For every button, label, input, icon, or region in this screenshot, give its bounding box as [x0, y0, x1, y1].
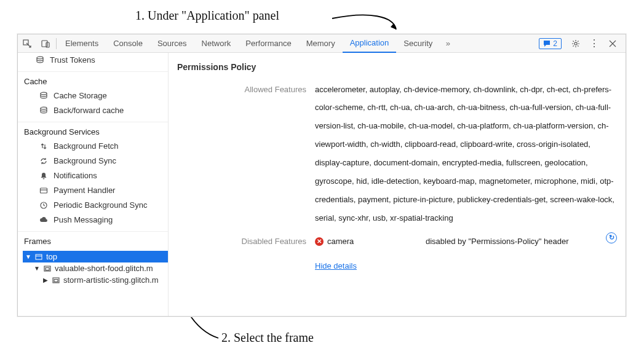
close-icon[interactable]	[603, 34, 622, 53]
section-title: Permissions Policy	[177, 59, 617, 76]
sidebar-label: Payment Handler	[54, 184, 115, 197]
svg-rect-1	[42, 41, 47, 47]
card-icon	[39, 186, 49, 195]
annotation-1: 1. Under "Application" panel	[135, 9, 279, 23]
tab-elements[interactable]: Elements	[58, 34, 106, 53]
sidebar-item-cache-storage[interactable]: Cache Storage	[18, 89, 168, 103]
frames-item-1[interactable]: ▼ valuable-short-food.glitch.m	[31, 262, 168, 274]
sidebar-item-bfcache[interactable]: Back/forward cache	[18, 103, 168, 118]
tab-memory[interactable]: Memory	[299, 34, 343, 53]
chevron-down-icon: ▼	[34, 265, 40, 272]
chevron-right-icon: ▶	[42, 277, 49, 283]
disabled-features-label: Disabled Features	[177, 232, 306, 251]
frames-item-top[interactable]: ▼ top	[23, 251, 168, 262]
database-icon	[39, 106, 49, 115]
svg-rect-9	[36, 254, 42, 259]
tab-security[interactable]: Security	[396, 34, 440, 53]
svg-point-6	[41, 107, 47, 109]
sidebar-label: Background Fetch	[54, 140, 119, 152]
reload-icon[interactable]: ↻	[606, 232, 617, 243]
sidebar-item-bg-sync[interactable]: Background Sync	[18, 154, 168, 168]
devtools-window: Elements Console Sources Network Perform…	[17, 34, 626, 317]
allowed-features-value: accelerometer, autoplay, ch-device-memor…	[315, 81, 617, 227]
hide-details-link[interactable]: Hide details	[315, 257, 357, 275]
frames-item-label: valuable-short-food.glitch.m	[55, 264, 153, 273]
disabled-feature-name: camera	[327, 232, 354, 251]
sidebar-item-push[interactable]: Push Messaging	[18, 213, 168, 227]
sidebar-item-periodic[interactable]: Periodic Background Sync	[18, 198, 168, 213]
svg-point-5	[41, 92, 47, 95]
tab-console[interactable]: Console	[106, 34, 150, 53]
sidebar-item-bg-fetch[interactable]: Background Fetch	[18, 139, 168, 154]
messages-count: 2	[553, 39, 557, 48]
bell-icon	[39, 172, 49, 180]
sidebar-item-notifications[interactable]: Notifications	[18, 168, 168, 183]
chevron-down-icon: ▼	[25, 253, 31, 260]
settings-icon[interactable]	[566, 34, 585, 53]
annotation-2: 2. Select the frame	[221, 331, 314, 345]
sidebar-item-trust-tokens[interactable]: Trust Tokens	[18, 53, 168, 68]
svg-rect-7	[41, 188, 47, 193]
sidebar-label: Periodic Background Sync	[54, 199, 147, 211]
frames-item-label: storm-artistic-sting.glitch.m	[63, 275, 159, 285]
database-icon	[39, 92, 49, 100]
allowed-features-label: Allowed Features	[177, 81, 306, 99]
sidebar-section-cache: Cache	[18, 72, 168, 89]
application-sidebar: Trust Tokens Cache Cache Storage	[18, 53, 169, 316]
tab-network[interactable]: Network	[194, 34, 239, 53]
frames-item-2[interactable]: ▶ storm-artistic-sting.glitch.m	[40, 274, 168, 286]
svg-point-3	[574, 42, 577, 44]
tab-application[interactable]: Application	[343, 34, 397, 53]
updown-icon	[39, 142, 49, 151]
sidebar-label: Notifications	[54, 170, 97, 182]
sidebar-section-bgservices: Background Services	[18, 122, 168, 139]
sync-icon	[39, 157, 49, 165]
main-content: Permissions Policy Allowed Features acce…	[169, 53, 626, 316]
iframe-icon	[52, 277, 60, 284]
sidebar-label: Cache Storage	[54, 90, 107, 102]
svg-point-4	[37, 57, 43, 59]
sidebar-label: Push Messaging	[54, 214, 113, 226]
sidebar-label: Back/forward cache	[54, 105, 124, 117]
sidebar-label: Background Sync	[54, 155, 116, 167]
cloud-icon	[39, 216, 49, 224]
iframe-icon	[44, 265, 51, 272]
sidebar-section-frames: Frames	[18, 232, 168, 248]
frames-item-label: top	[46, 252, 57, 261]
more-tabs-icon[interactable]: »	[440, 34, 456, 53]
error-icon: ✕	[315, 237, 324, 246]
window-icon	[35, 253, 42, 261]
messages-badge[interactable]: 2	[539, 38, 562, 49]
svg-rect-11	[46, 267, 49, 270]
clock-icon	[39, 201, 49, 210]
tab-sources[interactable]: Sources	[150, 34, 194, 53]
sidebar-item-payment[interactable]: Payment Handler	[18, 183, 168, 198]
database-icon	[35, 56, 45, 65]
tab-performance[interactable]: Performance	[238, 34, 298, 53]
kebab-icon[interactable]: ⋮	[585, 34, 603, 53]
disabled-feature-reason: disabled by "Permissions-Policy" header	[426, 232, 594, 251]
sidebar-label: Trust Tokens	[50, 54, 95, 66]
device-icon[interactable]	[36, 34, 55, 53]
svg-rect-13	[54, 279, 58, 282]
inspect-icon[interactable]	[18, 34, 36, 53]
devtools-tabbar: Elements Console Sources Network Perform…	[18, 34, 626, 53]
